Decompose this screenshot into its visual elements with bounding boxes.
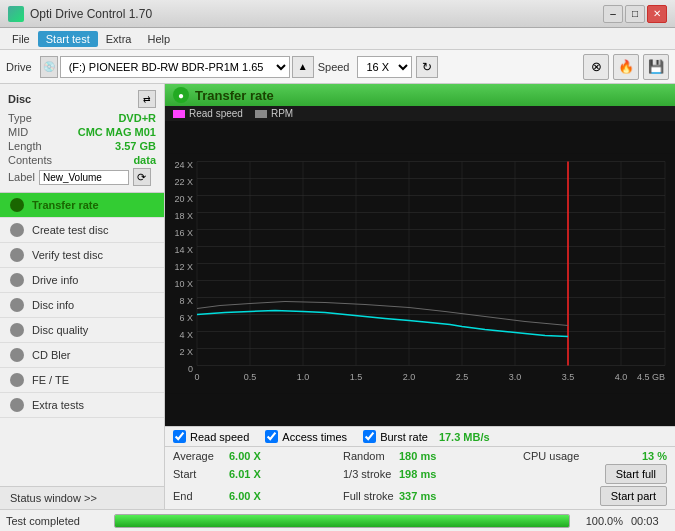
contents-value: data — [133, 154, 156, 166]
full-stroke-label: Full stroke — [343, 490, 395, 502]
type-label: Type — [8, 112, 32, 124]
svg-text:0: 0 — [194, 372, 199, 382]
svg-text:2.0: 2.0 — [403, 372, 416, 382]
read-speed-checkbox[interactable] — [173, 430, 186, 443]
burn-button[interactable]: 🔥 — [613, 54, 639, 80]
save-button[interactable]: 💾 — [643, 54, 669, 80]
main-content: ● Transfer rate Read speed RPM 24 X 22 X — [165, 84, 675, 509]
chart-title: Transfer rate — [195, 88, 274, 103]
nav-label-disc-quality: Disc quality — [32, 324, 88, 336]
start-value: 6.01 X — [229, 468, 261, 480]
svg-text:14 X: 14 X — [174, 245, 193, 255]
legend-label-read-speed: Read speed — [189, 108, 243, 119]
svg-text:2 X: 2 X — [179, 347, 193, 357]
nav-extra-tests[interactable]: Extra tests — [0, 393, 164, 418]
close-button[interactable]: ✕ — [647, 5, 667, 23]
nav-fe-te[interactable]: FE / TE — [0, 368, 164, 393]
menu-start-test[interactable]: Start test — [38, 31, 98, 47]
access-times-checkbox[interactable] — [265, 430, 278, 443]
nav-icon-disc-quality — [10, 323, 24, 337]
burst-rate-value: 17.3 MB/s — [439, 431, 490, 443]
start-full-button[interactable]: Start full — [605, 464, 667, 484]
menu-help[interactable]: Help — [139, 31, 178, 47]
disc-nav-button[interactable]: ⇄ — [138, 90, 156, 108]
nav-icon-cd-bler — [10, 348, 24, 362]
start-label: Start — [173, 468, 225, 480]
minimize-button[interactable]: – — [603, 5, 623, 23]
refresh-button[interactable]: ↻ — [416, 56, 438, 78]
toolbar: Drive 💿 (F:) PIONEER BD-RW BDR-PR1M 1.65… — [0, 50, 675, 84]
window-controls: – □ ✕ — [603, 5, 667, 23]
svg-text:6 X: 6 X — [179, 313, 193, 323]
nav-disc-info[interactable]: Disc info — [0, 293, 164, 318]
read-speed-checkbox-label: Read speed — [190, 431, 249, 443]
label-refresh-button[interactable]: ⟳ — [133, 168, 151, 186]
random-value: 180 ms — [399, 450, 436, 462]
nav-label-create-test-disc: Create test disc — [32, 224, 108, 236]
nav-transfer-rate[interactable]: Transfer rate — [0, 193, 164, 218]
eraser-button[interactable]: ⊗ — [583, 54, 609, 80]
svg-text:18 X: 18 X — [174, 211, 193, 221]
label-label: Label — [8, 171, 35, 183]
burst-rate-checkbox[interactable] — [363, 430, 376, 443]
svg-text:4.0: 4.0 — [615, 372, 628, 382]
burst-rate-checkbox-label: Burst rate — [380, 431, 428, 443]
legend-read-speed: Read speed — [173, 108, 243, 119]
maximize-button[interactable]: □ — [625, 5, 645, 23]
speed-select[interactable]: 16 X — [357, 56, 412, 78]
svg-text:1.0: 1.0 — [297, 372, 310, 382]
one-third-value: 198 ms — [399, 468, 436, 480]
nav-disc-quality[interactable]: Disc quality — [0, 318, 164, 343]
nav-label-fe-te: FE / TE — [32, 374, 69, 386]
random-label: Random — [343, 450, 395, 462]
menu-bar: File Start test Extra Help — [0, 28, 675, 50]
type-value: DVD+R — [118, 112, 156, 124]
title-bar: Opti Drive Control 1.70 – □ ✕ — [0, 0, 675, 28]
legend-rpm: RPM — [255, 108, 293, 119]
svg-text:16 X: 16 X — [174, 228, 193, 238]
start-part-button[interactable]: Start part — [600, 486, 667, 506]
nav-icon-disc-info — [10, 298, 24, 312]
length-label: Length — [8, 140, 42, 152]
svg-text:3.5: 3.5 — [562, 372, 575, 382]
drive-icon: 💿 — [40, 56, 58, 78]
status-text: Test completed — [6, 515, 106, 527]
read-speed-checkbox-row: Read speed — [173, 430, 249, 443]
nav-icon-fe-te — [10, 373, 24, 387]
nav-icon-transfer-rate — [10, 198, 24, 212]
drive-select[interactable]: (F:) PIONEER BD-RW BDR-PR1M 1.65 — [60, 56, 290, 78]
app-icon — [8, 6, 24, 22]
status-window-button[interactable]: Status window >> — [0, 486, 164, 509]
svg-text:22 X: 22 X — [174, 177, 193, 187]
chart-svg: 24 X 22 X 20 X 18 X 16 X 14 X 12 X 10 X … — [165, 121, 675, 426]
nav-icon-extra-tests — [10, 398, 24, 412]
svg-rect-0 — [165, 154, 675, 394]
legend-color-read-speed — [173, 110, 185, 118]
legend-color-rpm — [255, 110, 267, 118]
svg-text:20 X: 20 X — [174, 194, 193, 204]
stats-area: Average 6.00 X Random 180 ms CPU usage 1… — [165, 446, 675, 509]
disc-panel: Disc ⇄ Type DVD+R MID CMC MAG M01 Length… — [0, 84, 164, 193]
menu-extra[interactable]: Extra — [98, 31, 140, 47]
main-layout: Disc ⇄ Type DVD+R MID CMC MAG M01 Length… — [0, 84, 675, 509]
eject-button[interactable]: ▲ — [292, 56, 314, 78]
progress-bar — [114, 514, 570, 528]
nav-icon-create-test-disc — [10, 223, 24, 237]
time-display: 00:03 — [631, 515, 669, 527]
progress-fill — [115, 515, 569, 527]
chart-header: ● Transfer rate — [165, 84, 675, 106]
status-window-label: Status window >> — [10, 492, 97, 504]
chart-area: 24 X 22 X 20 X 18 X 16 X 14 X 12 X 10 X … — [165, 121, 675, 426]
svg-text:4 X: 4 X — [179, 330, 193, 340]
chart-legend: Read speed RPM — [165, 106, 675, 121]
svg-text:8 X: 8 X — [179, 296, 193, 306]
app-title: Opti Drive Control 1.70 — [30, 7, 152, 21]
label-input[interactable] — [39, 170, 129, 185]
nav-cd-bler[interactable]: CD Bler — [0, 343, 164, 368]
nav-verify-test-disc[interactable]: Verify test disc — [0, 243, 164, 268]
drive-label: Drive — [6, 61, 32, 73]
menu-file[interactable]: File — [4, 31, 38, 47]
end-label: End — [173, 490, 225, 502]
nav-drive-info[interactable]: Drive info — [0, 268, 164, 293]
nav-create-test-disc[interactable]: Create test disc — [0, 218, 164, 243]
